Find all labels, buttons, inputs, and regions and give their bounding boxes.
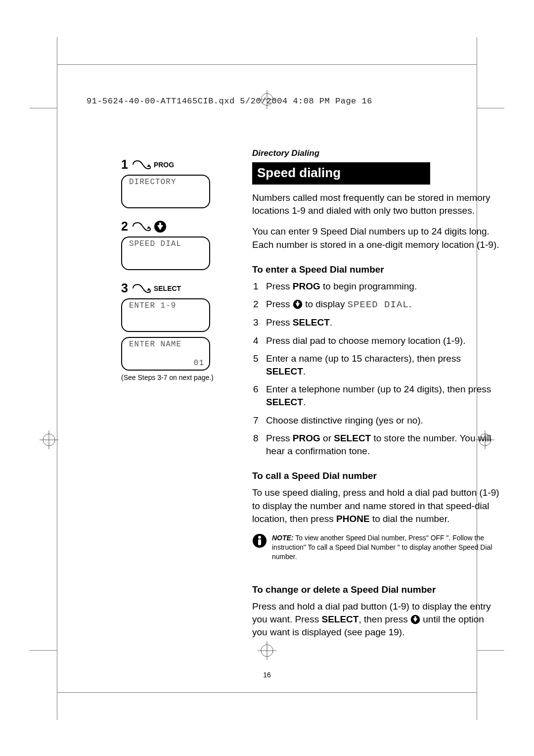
intro-paragraph: Numbers called most frequently can be st… bbox=[252, 191, 499, 217]
main-column: Directory Dialing Speed dialing Numbers … bbox=[252, 148, 499, 647]
step-item: Press dial pad to choose memory location… bbox=[252, 334, 499, 347]
softkey-loop-icon bbox=[131, 283, 151, 294]
section-label: Directory Dialing bbox=[252, 148, 499, 158]
step-item: Press PROG to begin programming. bbox=[252, 280, 499, 293]
lcd-screen: DIRECTORY bbox=[121, 175, 210, 208]
print-meta: 91-5624-40-00-ATT1465CIB.qxd 5/20/2004 4… bbox=[87, 96, 372, 106]
change-paragraph: Press and hold a dial pad button (1-9) t… bbox=[252, 600, 499, 639]
lcd-text: 01 bbox=[194, 359, 204, 368]
down-arrow-circle-icon bbox=[154, 220, 167, 233]
svg-marker-16 bbox=[147, 288, 151, 290]
down-arrow-circle-icon bbox=[410, 614, 420, 624]
step-number: 3 bbox=[121, 281, 128, 295]
svg-marker-12 bbox=[147, 164, 151, 167]
sidebar-step-2: 2 SPEED DIAL bbox=[121, 219, 225, 270]
note-text: NOTE: To view another Speed Dial number,… bbox=[272, 533, 499, 562]
step-item: Press to display SPEED DIAL. bbox=[252, 298, 499, 311]
trim-line bbox=[30, 650, 57, 651]
trim-line bbox=[57, 693, 57, 720]
softkey-loop-icon bbox=[131, 159, 151, 170]
trim-line bbox=[477, 693, 477, 720]
lcd-text: ENTER 1-9 bbox=[129, 301, 176, 310]
lcd-text: DIRECTORY bbox=[129, 178, 176, 187]
step-item: Choose distinctive ringing (yes or no). bbox=[252, 414, 499, 427]
lcd-screen: ENTER NAME 01 bbox=[121, 337, 210, 371]
trim-line bbox=[477, 37, 477, 64]
step-number: 1 bbox=[121, 157, 128, 172]
subheading-call: To call a Speed Dial number bbox=[252, 471, 499, 481]
lcd-text: ENTER NAME bbox=[129, 340, 181, 349]
trim-line bbox=[477, 108, 504, 108]
trim-line bbox=[477, 650, 504, 651]
page-title: Speed dialing bbox=[252, 162, 430, 185]
registration-mark-icon bbox=[258, 90, 276, 109]
call-paragraph: To use speed dialing, press and hold a d… bbox=[252, 486, 499, 525]
subheading-change: To change or delete a Speed Dial number bbox=[252, 584, 499, 595]
svg-marker-13 bbox=[147, 226, 151, 229]
step-item: Enter a telephone number (up to 24 digit… bbox=[252, 383, 499, 409]
down-arrow-circle-icon bbox=[293, 299, 303, 309]
step-label: SELECT bbox=[154, 284, 181, 292]
step-label: PROG bbox=[154, 161, 174, 169]
page: 91-5624-40-00-ATT1465CIB.qxd 5/20/2004 4… bbox=[0, 0, 534, 756]
page-number: 16 bbox=[0, 671, 534, 679]
step-item: Press SELECT. bbox=[252, 316, 499, 329]
svg-rect-21 bbox=[258, 539, 261, 545]
intro-paragraph: You can enter 9 Speed Dial numbers up to… bbox=[252, 225, 499, 251]
note-block: NOTE: To view another Speed Dial number,… bbox=[252, 533, 499, 562]
lcd-text: SPEED DIAL bbox=[129, 239, 181, 248]
sidebar-note: (See Steps 3-7 on next page.) bbox=[121, 374, 225, 381]
subheading-enter: To enter a Speed Dial number bbox=[252, 264, 499, 275]
step-number: 2 bbox=[121, 219, 128, 234]
trim-line bbox=[30, 108, 57, 108]
registration-mark-icon bbox=[40, 430, 58, 449]
sidebar-step-1: 1 PROG DIRECTORY bbox=[121, 157, 225, 208]
step-item: Press PROG or SELECT to store the number… bbox=[252, 432, 499, 458]
lcd-screen: ENTER 1-9 bbox=[121, 298, 210, 332]
lcd-screen: SPEED DIAL bbox=[121, 236, 210, 270]
steps-list: Press PROG to begin programming. Press t… bbox=[252, 280, 499, 458]
softkey-loop-icon bbox=[131, 221, 151, 232]
svg-point-20 bbox=[258, 536, 261, 539]
trim-line bbox=[57, 37, 57, 64]
sidebar-step-3: 3 SELECT ENTER 1-9 ENTER NAME 01 (See St… bbox=[121, 281, 225, 381]
info-icon bbox=[252, 533, 267, 548]
sidebar: 1 PROG DIRECTORY 2 bbox=[121, 157, 225, 392]
step-item: Enter a name (up to 15 characters), then… bbox=[252, 352, 499, 378]
